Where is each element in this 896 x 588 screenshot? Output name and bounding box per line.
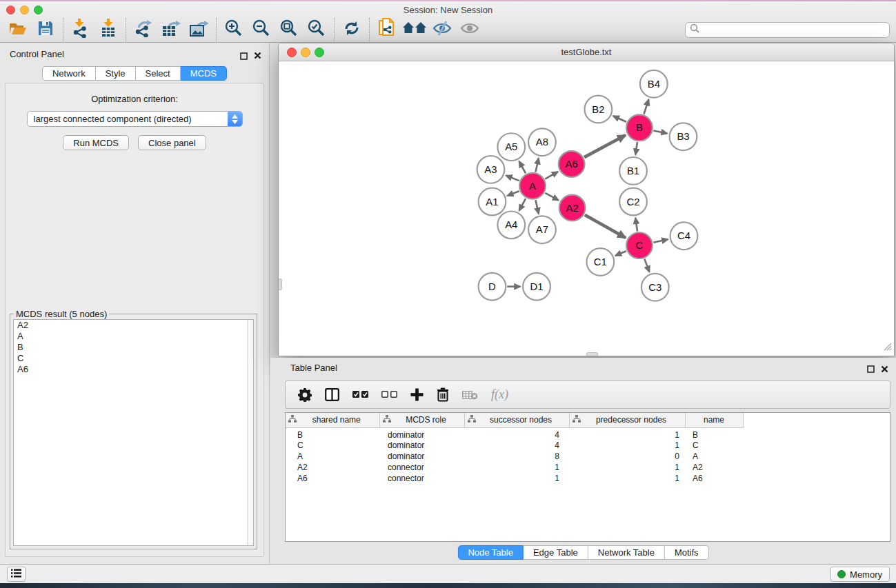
graph-node-C4[interactable]: C4	[670, 222, 698, 250]
home-button[interactable]	[401, 18, 428, 41]
columns-icon[interactable]	[325, 387, 339, 403]
export-image-button[interactable]	[185, 18, 212, 41]
optimization-criterion-dropdown[interactable]: largest connected component (directed)	[27, 111, 243, 127]
table-cell[interactable]: 1	[569, 427, 685, 440]
graph-edge[interactable]	[644, 99, 648, 114]
graph-node-A[interactable]: A	[519, 173, 546, 199]
table-cell[interactable]: A	[286, 451, 379, 462]
settings-gear-icon[interactable]	[298, 387, 312, 403]
add-row-icon[interactable]	[410, 387, 424, 403]
table-cell[interactable]: 8	[464, 451, 569, 462]
table-row[interactable]: A2connector11A2	[286, 462, 890, 473]
table-cell[interactable]: A6	[685, 473, 743, 484]
graph-edge[interactable]	[519, 161, 526, 173]
zoom-selected-button[interactable]	[303, 18, 330, 41]
column-header-successor-nodes[interactable]: successor nodes	[464, 413, 569, 427]
graph-node-A2[interactable]: A2	[559, 195, 586, 221]
close-panel-icon[interactable]	[254, 50, 261, 62]
graph-node-A3[interactable]: A3	[477, 156, 505, 183]
column-header-predecessor-nodes[interactable]: predecessor nodes	[569, 413, 685, 427]
tab-edge-table[interactable]: Edge Table	[524, 545, 588, 560]
table-cell[interactable]: connector	[379, 473, 464, 484]
result-item[interactable]: A6	[14, 364, 253, 375]
table-row[interactable]: Cdominator41C	[286, 440, 890, 451]
show-all-button[interactable]	[456, 18, 484, 41]
graph-edge[interactable]	[519, 199, 526, 210]
function-builder-icon[interactable]: f(x)	[491, 387, 508, 403]
graph-edge[interactable]	[545, 172, 558, 179]
graph-edge[interactable]	[615, 251, 626, 255]
graph-node-D1[interactable]: D1	[523, 273, 550, 301]
graph-edge[interactable]	[635, 142, 637, 154]
graph-edge[interactable]	[536, 158, 539, 172]
close-panel-icon[interactable]	[881, 363, 888, 376]
tab-select[interactable]: Select	[136, 66, 181, 81]
graph-node-C1[interactable]: C1	[586, 248, 614, 276]
graph-edge[interactable]	[644, 259, 649, 272]
import-table-button[interactable]	[94, 18, 122, 41]
open-session-button[interactable]	[4, 18, 32, 41]
table-row[interactable]: A6connector11A6	[286, 473, 890, 484]
zoom-out-button[interactable]	[248, 18, 275, 41]
result-item[interactable]: A	[14, 331, 253, 342]
tab-style[interactable]: Style	[96, 66, 136, 81]
graph-node-D[interactable]: D	[479, 273, 506, 301]
column-header-name[interactable]: name	[685, 413, 743, 427]
table-row[interactable]: Adominator80A	[286, 451, 890, 462]
table-cell[interactable]: A2	[286, 462, 379, 473]
result-list-scrollbar[interactable]	[247, 320, 253, 545]
result-item[interactable]: B	[14, 342, 253, 353]
table-cell[interactable]: 1	[569, 440, 685, 451]
table-cell[interactable]: 1	[569, 462, 685, 473]
mcds-result-list[interactable]: A2ABCA6	[13, 319, 254, 546]
graph-node-B1[interactable]: B1	[619, 157, 647, 185]
table-cell[interactable]: 1	[464, 462, 569, 473]
result-item[interactable]: A2	[14, 320, 253, 331]
run-mcds-button[interactable]: Run MCDS	[63, 135, 129, 150]
graph-node-B4[interactable]: B4	[640, 70, 668, 98]
table-cell[interactable]: A6	[286, 473, 379, 484]
refresh-button[interactable]	[338, 18, 366, 41]
table-cell[interactable]: 0	[569, 451, 685, 462]
graph-edge[interactable]	[635, 218, 637, 231]
tab-network-table[interactable]: Network Table	[588, 545, 665, 560]
table-row[interactable]: Bdominator41B	[286, 427, 890, 440]
network-graph[interactable]: A5A8A3A6AA1A4A7A2B2B4BB3B1C2C4CC1C3DD1	[279, 62, 893, 355]
graph-edge[interactable]	[613, 116, 626, 121]
float-panel-icon[interactable]	[240, 52, 248, 60]
graph-edge[interactable]	[653, 239, 668, 242]
table-cell[interactable]: C	[286, 440, 379, 451]
window-resize-grip[interactable]	[883, 341, 892, 354]
graph-node-A5[interactable]: A5	[497, 133, 525, 161]
graph-edge[interactable]	[508, 191, 519, 196]
tool-palette-handle[interactable]	[279, 278, 282, 290]
memory-status-button[interactable]: Memory	[830, 567, 890, 582]
graph-node-A6[interactable]: A6	[559, 151, 585, 177]
task-history-button[interactable]	[7, 567, 26, 582]
network-canvas[interactable]: A5A8A3A6AA1A4A7A2B2B4BB3B1C2C4CC1C3DD1	[279, 62, 893, 355]
table-cell[interactable]: 1	[464, 473, 569, 484]
search-input[interactable]	[702, 23, 889, 36]
graph-node-A4[interactable]: A4	[497, 211, 525, 239]
export-network-button[interactable]	[130, 18, 157, 41]
tab-mcds[interactable]: MCDS	[181, 66, 227, 81]
graph-node-A1[interactable]: A1	[479, 188, 506, 216]
select-all-checkboxes-icon[interactable]	[352, 387, 368, 403]
close-panel-button[interactable]: Close panel	[138, 135, 206, 150]
table-cell[interactable]: A	[685, 451, 743, 462]
graph-node-B2[interactable]: B2	[585, 96, 613, 123]
tab-network[interactable]: Network	[42, 66, 96, 81]
hide-selected-button[interactable]	[428, 18, 456, 41]
tab-node-table[interactable]: Node Table	[457, 545, 524, 560]
deselect-all-checkboxes-icon[interactable]	[381, 387, 397, 403]
table-cell[interactable]: 1	[569, 473, 685, 484]
graph-node-C[interactable]: C	[626, 232, 653, 258]
table-cell[interactable]: B	[286, 427, 379, 440]
table-cell[interactable]: 4	[464, 440, 569, 451]
graph-edge[interactable]	[536, 200, 539, 214]
graph-node-A7[interactable]: A7	[528, 216, 556, 243]
graph-node-C3[interactable]: C3	[641, 274, 669, 301]
graph-edge[interactable]	[506, 176, 519, 181]
delete-rows-trash-icon[interactable]	[437, 387, 449, 403]
zoom-in-button[interactable]	[220, 18, 248, 41]
